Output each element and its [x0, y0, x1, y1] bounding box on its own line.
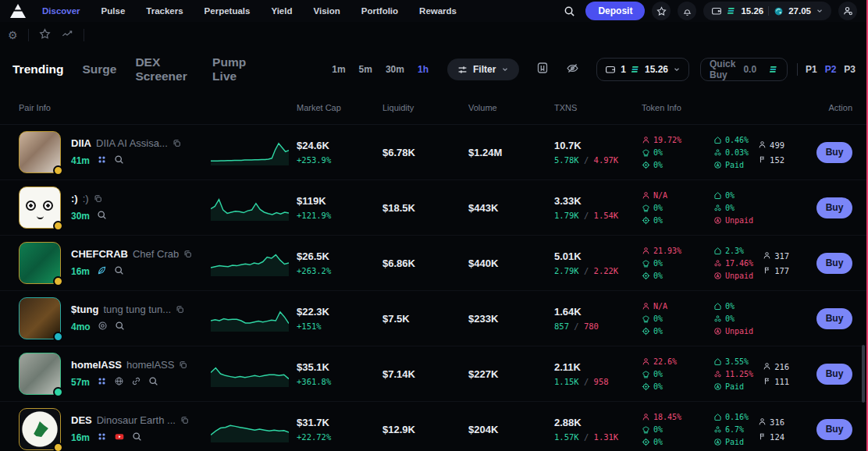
- bookmark-icon[interactable]: [536, 62, 549, 77]
- token-avatar-woman-portrait[interactable]: [19, 131, 61, 173]
- community-icon[interactable]: [97, 431, 107, 445]
- nav-item-yield[interactable]: Yield: [271, 6, 292, 16]
- notifications-bell-icon[interactable]: [678, 2, 696, 20]
- token-age: 57m: [71, 377, 90, 388]
- filter-button[interactable]: Filter: [447, 59, 519, 80]
- stat-bundlers-value: 17.46%: [725, 259, 753, 268]
- copy-icon[interactable]: [176, 305, 184, 314]
- market-cap-value: $119K: [297, 195, 382, 207]
- token-avatar-green-crab-art[interactable]: [19, 242, 61, 284]
- globe-icon[interactable]: [114, 375, 124, 389]
- txns-total: 2.11K: [554, 361, 642, 373]
- quick-buy-input[interactable]: 0.0: [743, 64, 756, 75]
- brand-logo-icon[interactable]: [8, 4, 28, 18]
- settings-gear-icon[interactable]: ⚙: [8, 30, 18, 41]
- wallet-balances[interactable]: 15.26 27.05: [703, 2, 831, 20]
- nav-item-discover[interactable]: Discover: [42, 6, 80, 16]
- token-avatar-tung-character[interactable]: [19, 297, 61, 339]
- feather-icon[interactable]: [97, 265, 107, 279]
- bundlers-icon: [713, 259, 722, 268]
- search-icon[interactable]: [132, 431, 142, 445]
- tab-dex-screener[interactable]: DEX Screener: [135, 55, 194, 83]
- table-row[interactable]: DIIA DIIA AI Assisa... 41m $24.6K +253.9…: [0, 125, 868, 180]
- insiders-icon: [713, 357, 722, 366]
- nav-item-pulse[interactable]: Pulse: [101, 6, 126, 16]
- holders-count-icon: [758, 140, 767, 149]
- timeframe-5m[interactable]: 5m: [359, 64, 372, 75]
- search-icon[interactable]: [114, 265, 124, 279]
- timeframe-30m[interactable]: 30m: [386, 64, 404, 75]
- volume-cell: $227K: [468, 368, 554, 380]
- table-row[interactable]: homelASS homelASS 57m $35.1K +361.8% $7.…: [0, 346, 868, 402]
- tab-trending[interactable]: Trending: [12, 62, 63, 76]
- nav-item-portfolio[interactable]: Portfolio: [361, 6, 398, 16]
- liquidity-cell: $12.9K: [382, 424, 468, 435]
- preset-p2[interactable]: P2: [825, 64, 837, 75]
- copy-icon[interactable]: [180, 416, 189, 424]
- search-icon[interactable]: [115, 320, 125, 334]
- community-icon[interactable]: [97, 375, 107, 389]
- stat-snipers-value: 0%: [653, 272, 663, 280]
- search-icon[interactable]: [114, 154, 124, 168]
- tab-pump-live[interactable]: Pump Live: [212, 55, 257, 83]
- token-avatar-dinosaur-earth-society-logo[interactable]: [19, 408, 61, 450]
- stat-dev-holdings-value: 0%: [653, 148, 663, 157]
- copy-icon[interactable]: [173, 139, 181, 147]
- table-row[interactable]: CHEFCRAB Chef Crab 16m $26.5K +263.2% $6…: [0, 236, 868, 291]
- stat-top-holders: 18.45%: [642, 413, 709, 421]
- nav-item-rewards[interactable]: Rewards: [419, 6, 457, 16]
- table-row[interactable]: :) :) 30m $119K +121.9% $18.5K $443K 3.3…: [0, 180, 868, 236]
- nav-item-perpetuals[interactable]: Perpetuals: [205, 6, 251, 16]
- liquidity-cell: $6.78K: [382, 147, 468, 158]
- nav-item-trackers[interactable]: Trackers: [146, 6, 183, 16]
- preset-p3[interactable]: P3: [844, 64, 856, 75]
- community-icon[interactable]: [97, 154, 107, 168]
- price-sparkline: [211, 416, 297, 442]
- watchlist-star-icon[interactable]: [652, 2, 671, 20]
- buy-button[interactable]: Buy: [816, 253, 852, 274]
- link-icon[interactable]: [131, 375, 141, 389]
- token-name: tung tung tun...: [103, 304, 171, 315]
- buy-button[interactable]: Buy: [816, 197, 852, 218]
- scrollbar-thumb[interactable]: [862, 345, 865, 403]
- column-header-pair-info: Pair Info: [19, 103, 211, 112]
- market-cap-value: $26.5K: [297, 250, 382, 262]
- search-icon[interactable]: [560, 2, 578, 20]
- copy-icon[interactable]: [183, 250, 192, 258]
- token-name: Chef Crab: [133, 248, 179, 260]
- wallet-balance: 15.26: [645, 64, 668, 75]
- token-avatar-homeless-photo[interactable]: [19, 353, 61, 395]
- search-icon[interactable]: [97, 209, 107, 223]
- pro-traders-value: 124: [770, 432, 784, 442]
- deposit-button[interactable]: Deposit: [585, 2, 645, 20]
- token-avatar-smiley-face[interactable]: [19, 186, 61, 229]
- profile-icon[interactable]: [838, 2, 857, 20]
- hide-eye-off-icon[interactable]: [566, 62, 579, 78]
- wallet-selector[interactable]: 1 15.26: [596, 58, 689, 81]
- coin-icon[interactable]: [98, 320, 108, 334]
- table-row[interactable]: DES Dinosaur Earth ... 16m $31.7K +22.72…: [0, 402, 868, 451]
- youtube-icon[interactable]: [114, 431, 125, 445]
- buy-button[interactable]: Buy: [816, 308, 852, 329]
- nav-item-vision[interactable]: Vision: [313, 6, 340, 16]
- timeframe-1m[interactable]: 1m: [332, 64, 345, 75]
- preset-selector: P1P2P3: [806, 64, 856, 75]
- bundlers-icon: [713, 425, 722, 434]
- buy-button[interactable]: Buy: [816, 364, 852, 385]
- copy-icon[interactable]: [94, 194, 102, 203]
- timeframe-1h[interactable]: 1h: [418, 64, 429, 75]
- favorites-star-icon[interactable]: [39, 28, 51, 43]
- chart-trend-icon[interactable]: [61, 28, 73, 43]
- chevron-down-icon: [501, 66, 509, 73]
- buy-button[interactable]: Buy: [816, 142, 852, 163]
- token-age: 30m: [71, 211, 90, 222]
- copy-icon[interactable]: [179, 360, 187, 369]
- txns-total: 2.88K: [554, 417, 642, 428]
- holders-count-value: 317: [774, 251, 789, 261]
- search-icon[interactable]: [148, 375, 158, 389]
- preset-p1[interactable]: P1: [806, 64, 817, 75]
- tab-surge[interactable]: Surge: [82, 62, 116, 76]
- table-row[interactable]: $tung tung tung tun... 4mo $22.3K +151% …: [0, 291, 868, 346]
- buy-button[interactable]: Buy: [816, 419, 852, 440]
- insiders-icon: [713, 302, 722, 311]
